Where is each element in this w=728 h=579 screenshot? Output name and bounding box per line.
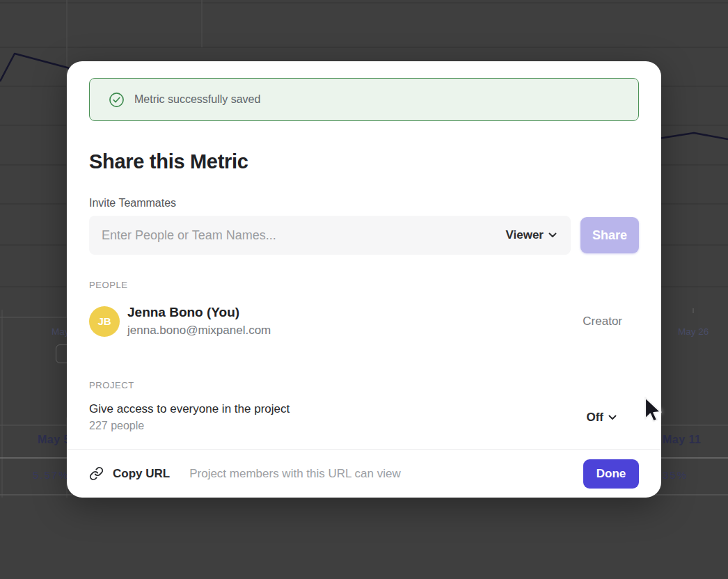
- invite-input-container: Viewer: [89, 216, 571, 255]
- copy-url-button[interactable]: Copy URL: [89, 466, 170, 481]
- person-name: Jenna Bono (You): [127, 305, 583, 320]
- chevron-down-icon: [608, 415, 617, 420]
- people-section-label: PEOPLE: [89, 280, 639, 290]
- share-metric-modal: Metric successfully saved Share this Met…: [67, 61, 661, 498]
- table-value-left: 5.57%: [33, 469, 70, 481]
- invite-teammates-label: Invite Teammates: [89, 197, 639, 209]
- project-access-label: Give access to everyone in the project: [89, 402, 586, 416]
- modal-title: Share this Metric: [89, 149, 639, 174]
- x-axis-label-may26: May 26: [678, 326, 709, 337]
- project-member-count: 227 people: [89, 420, 586, 432]
- table-value-right: 35%: [663, 469, 688, 481]
- project-access-dropdown[interactable]: Off: [586, 411, 617, 425]
- invite-row: Viewer Share: [89, 216, 639, 255]
- person-email: jenna.bono@mixpanel.com: [127, 324, 583, 338]
- success-banner: Metric successfully saved: [89, 78, 639, 121]
- role-dropdown-value: Viewer: [505, 228, 544, 242]
- person-role-badge: Creator: [583, 315, 622, 328]
- success-banner-message: Metric successfully saved: [134, 93, 260, 106]
- avatar: JB: [89, 306, 120, 337]
- project-access-dropdown-value: Off: [586, 411, 603, 425]
- copy-url-label: Copy URL: [113, 467, 170, 481]
- chart-line-left-segment: [0, 54, 70, 81]
- project-access-row: Give access to everyone in the project 2…: [89, 402, 639, 432]
- link-icon: [89, 466, 104, 481]
- footer-hint-text: Project members with this URL can view: [189, 467, 583, 481]
- role-dropdown[interactable]: Viewer: [505, 228, 558, 242]
- screen: May May 26 May 5 May 11 5.57% 35% Metric…: [0, 0, 728, 579]
- share-button[interactable]: Share: [580, 217, 639, 253]
- success-check-icon: [109, 92, 125, 108]
- project-section-label: PROJECT: [89, 380, 639, 390]
- done-button[interactable]: Done: [583, 459, 639, 489]
- project-access-meta: Give access to everyone in the project 2…: [89, 402, 586, 432]
- table-date-may11: May 11: [663, 434, 701, 446]
- modal-footer: Copy URL Project members with this URL c…: [67, 449, 661, 498]
- person-meta: Jenna Bono (You) jenna.bono@mixpanel.com: [127, 305, 583, 338]
- table-date-may5: May 5: [38, 434, 67, 446]
- x-axis-label-left: May: [52, 326, 67, 337]
- chevron-down-icon: [548, 232, 557, 238]
- chart-line-right-segment: [654, 133, 728, 139]
- person-row: JB Jenna Bono (You) jenna.bono@mixpanel.…: [89, 305, 639, 338]
- invite-people-input[interactable]: [102, 228, 505, 243]
